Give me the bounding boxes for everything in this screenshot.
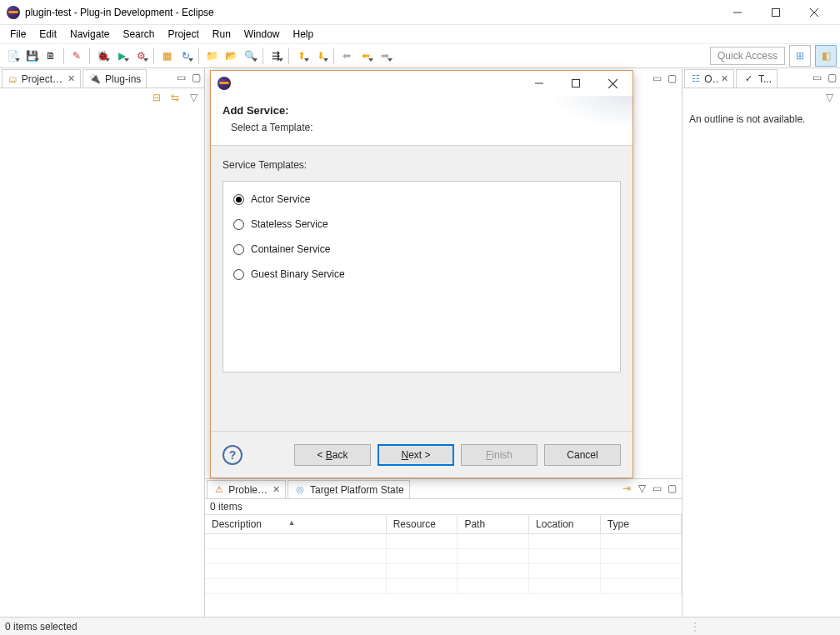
editor-minimize-button[interactable]: ▭ — [650, 72, 663, 85]
col-type[interactable]: Type — [600, 515, 681, 534]
main-toolbar: 📄 💾 🗎 ✎ 🐞 ▶ ⚙ ▦ ↻ 📁 📂 🔍 ⇶ ⬆ ⬇ ⬅ ⬅ ➡ Quic… — [0, 43, 840, 68]
bottom-panel: ⚠ Problems ✕ ◎ Target Platform State ⇥ ▽… — [205, 479, 682, 617]
close-icon[interactable]: ✕ — [721, 73, 728, 84]
project-explorer-label: Project Ex... — [22, 73, 64, 85]
minimize-view-button[interactable]: ▭ — [650, 482, 663, 495]
separator — [333, 48, 334, 64]
plugins-tab[interactable]: 🔌 Plug-ins — [82, 69, 147, 88]
help-button[interactable]: ? — [222, 445, 242, 465]
project-explorer-tab[interactable]: 🗂 Project Ex... ✕ — [2, 69, 81, 88]
dialog-footer: ? < Back Next > Finish Cancel — [211, 431, 632, 478]
nav-button[interactable]: ⇶ — [267, 47, 285, 65]
new-button[interactable]: 📄 — [3, 47, 22, 65]
save-all-button[interactable]: 🗎 — [42, 47, 60, 65]
col-description[interactable]: Description▲ — [205, 515, 386, 534]
close-icon[interactable]: ✕ — [272, 484, 280, 495]
menu-search[interactable]: Search — [116, 27, 161, 42]
template-actor-service[interactable]: Actor Service — [233, 193, 612, 205]
template-label: Container Service — [251, 243, 330, 255]
menubar: File Edit Navigate Search Project Run Wi… — [0, 25, 840, 43]
window-title: plugin-test - Plug-in Development - Ecli… — [25, 7, 214, 18]
window-maximize-button[interactable] — [757, 0, 795, 25]
dialog-minimize-button[interactable] — [521, 72, 558, 95]
status-text: 0 items selected — [5, 621, 78, 632]
minimize-view-button[interactable]: ▭ — [174, 71, 188, 84]
template-list: Actor Service Stateless Service Containe… — [222, 181, 621, 372]
menu-project[interactable]: Project — [161, 27, 205, 42]
outline-tab[interactable]: ☷ O... ✕ — [684, 69, 734, 88]
menu-run[interactable]: Run — [206, 27, 238, 42]
link-editor-button[interactable]: ⇆ — [168, 90, 182, 105]
grid-button[interactable]: ▦ — [158, 47, 176, 65]
close-icon[interactable]: ✕ — [68, 73, 75, 84]
back-button[interactable]: < Back — [294, 444, 371, 466]
eclipse-icon — [7, 6, 20, 19]
tasklist-tab[interactable]: ✓ T... — [736, 69, 778, 88]
menu-help[interactable]: Help — [287, 27, 321, 42]
dialog-close-button[interactable] — [594, 72, 631, 95]
collapse-all-button[interactable]: ⊟ — [149, 90, 164, 105]
template-label: Actor Service — [251, 193, 310, 205]
outline-icon: ☷ — [690, 72, 701, 86]
outline-toolbar: ▽ — [682, 88, 840, 107]
back-button[interactable]: ⬅ — [338, 47, 356, 65]
filter-button[interactable]: ⇥ — [620, 482, 633, 495]
forward-history-button[interactable]: ➡ — [376, 47, 394, 65]
menu-window[interactable]: Window — [238, 27, 287, 42]
tool-button[interactable]: ✎ — [68, 47, 86, 65]
window-minimize-button[interactable] — [718, 0, 757, 25]
project-explorer-toolbar: ⊟ ⇆ ▽ — [0, 88, 204, 107]
next-annotation-button[interactable]: ⬇ — [312, 47, 330, 65]
search-button[interactable]: 🔍 — [241, 47, 259, 65]
plugin-perspective-button[interactable]: ◧ — [815, 45, 837, 67]
prev-annotation-button[interactable]: ⬆ — [292, 47, 311, 65]
menu-edit[interactable]: Edit — [32, 27, 63, 42]
template-stateless-service[interactable]: Stateless Service — [233, 218, 612, 230]
outline-message: An outline is not available. — [682, 107, 840, 132]
outline-label: O... — [704, 73, 718, 85]
dialog-banner-graphic — [482, 96, 632, 142]
template-container-service[interactable]: Container Service — [233, 243, 612, 255]
open-perspective-button[interactable]: ⊞ — [789, 45, 811, 67]
maximize-view-button[interactable]: ▢ — [825, 71, 838, 84]
separator — [198, 48, 199, 64]
view-menu-button[interactable]: ▽ — [186, 90, 201, 105]
tool-button-2[interactable]: 📂 — [222, 47, 240, 65]
problems-tab[interactable]: ⚠ Problems ✕ — [207, 480, 286, 498]
view-menu-button[interactable]: ▽ — [635, 482, 648, 495]
dialog-maximize-button[interactable] — [558, 72, 594, 95]
cancel-button[interactable]: Cancel — [544, 444, 621, 466]
back-history-button[interactable]: ⬅ — [357, 47, 375, 65]
next-button[interactable]: Next > — [378, 444, 454, 466]
items-count: 0 items — [205, 499, 682, 514]
separator — [89, 48, 90, 64]
quick-access-field[interactable]: Quick Access — [710, 47, 785, 65]
template-label: Guest Binary Service — [251, 268, 345, 280]
debug-button[interactable]: 🐞 — [93, 47, 112, 65]
maximize-view-button[interactable]: ▢ — [189, 71, 202, 84]
external-tools-button[interactable]: ⚙ — [132, 47, 150, 65]
open-type-button[interactable]: 📁 — [202, 47, 221, 65]
menu-navigate[interactable]: Navigate — [63, 27, 116, 42]
view-menu-button[interactable]: ▽ — [822, 90, 837, 105]
col-resource[interactable]: Resource — [386, 515, 458, 534]
run-button[interactable]: ▶ — [112, 47, 131, 65]
menu-file[interactable]: File — [3, 27, 32, 42]
problems-table: Description▲ Resource Path Location Type — [205, 514, 682, 617]
col-path[interactable]: Path — [458, 515, 529, 534]
svg-rect-1 — [772, 8, 780, 16]
save-button[interactable]: 💾 — [22, 47, 41, 65]
refresh-button[interactable]: ↻ — [177, 47, 195, 65]
table-row — [205, 549, 682, 564]
maximize-view-button[interactable]: ▢ — [665, 482, 678, 495]
problems-icon: ⚠ — [212, 483, 225, 497]
minimize-view-button[interactable]: ▭ — [810, 71, 823, 84]
window-close-button[interactable] — [795, 0, 833, 25]
radio-icon — [233, 269, 244, 280]
editor-maximize-button[interactable]: ▢ — [665, 72, 678, 85]
eclipse-icon — [218, 77, 231, 90]
target-platform-tab[interactable]: ◎ Target Platform State — [288, 480, 410, 498]
finish-button[interactable]: Finish — [461, 444, 538, 466]
col-location[interactable]: Location — [529, 515, 601, 534]
template-guest-binary-service[interactable]: Guest Binary Service — [233, 268, 612, 280]
